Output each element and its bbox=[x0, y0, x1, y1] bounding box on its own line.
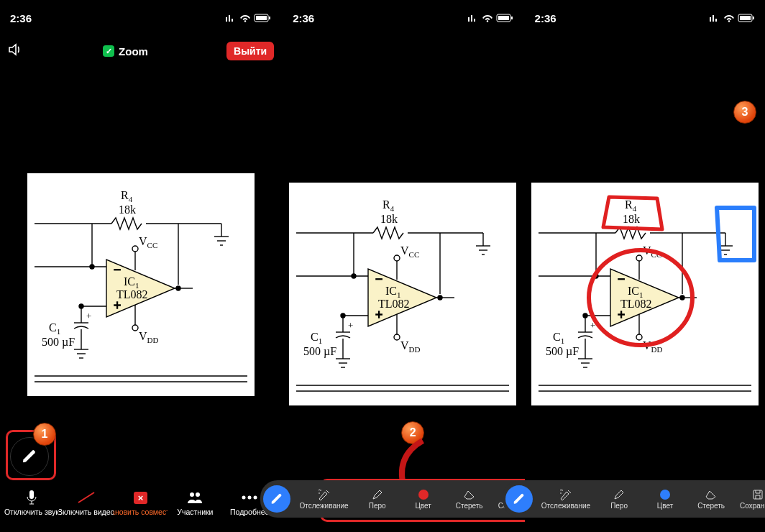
spotlight-icon bbox=[559, 488, 572, 501]
bottom-video[interactable]: Включить видео bbox=[59, 489, 114, 516]
tool-erase[interactable]: Стереть bbox=[446, 487, 493, 511]
svg-point-49 bbox=[254, 496, 257, 500]
shared-screen: − + bbox=[27, 173, 255, 396]
svg-text:18k: 18k bbox=[380, 213, 398, 225]
more-icon bbox=[241, 489, 258, 506]
step-marker-1: 1 bbox=[33, 423, 56, 446]
svg-line-44 bbox=[78, 492, 94, 503]
exit-button[interactable]: Выйти bbox=[226, 42, 274, 60]
save-icon bbox=[753, 488, 763, 501]
svg-point-16 bbox=[176, 286, 180, 290]
svg-text:R4: R4 bbox=[625, 198, 637, 213]
svg-text:500 µF: 500 µF bbox=[42, 336, 75, 349]
meeting-header: Zoom Выйти bbox=[0, 29, 281, 73]
svg-text:VCC: VCC bbox=[400, 244, 419, 259]
shared-screen-annotated: − + R4 18k VCC bbox=[531, 183, 759, 405]
svg-point-65 bbox=[438, 295, 442, 300]
svg-point-47 bbox=[242, 496, 246, 500]
meeting-bottom-bar: Отключить звук Включить видео × Останови… bbox=[0, 477, 281, 532]
svg-rect-96 bbox=[753, 17, 754, 19]
svg-point-45 bbox=[190, 492, 194, 497]
svg-point-109 bbox=[680, 295, 684, 300]
color-icon bbox=[660, 488, 670, 501]
annotate-toggle[interactable] bbox=[505, 485, 533, 513]
stop-share-icon: × bbox=[134, 489, 148, 506]
annotation-toolbar: Отслеживание Перо Цвет Стереть Сохранить bbox=[503, 480, 765, 518]
participants-icon bbox=[186, 489, 203, 506]
svg-text:C1: C1 bbox=[553, 331, 564, 345]
svg-rect-2 bbox=[269, 17, 270, 19]
svg-text:−: − bbox=[618, 272, 625, 286]
svg-point-46 bbox=[196, 492, 200, 497]
tool-pen[interactable]: Перо bbox=[596, 487, 642, 511]
svg-text:−: − bbox=[375, 272, 382, 286]
svg-text:TL082: TL082 bbox=[620, 298, 652, 310]
pen-icon bbox=[613, 488, 625, 501]
svg-point-80 bbox=[394, 334, 400, 340]
svg-text:+: + bbox=[86, 311, 91, 321]
status-icons bbox=[467, 14, 513, 22]
svg-point-68 bbox=[352, 274, 356, 278]
svg-text:+: + bbox=[375, 308, 382, 322]
video-off-icon bbox=[77, 489, 96, 506]
mobile-status-bar: 2:36 bbox=[0, 0, 281, 29]
color-icon bbox=[418, 488, 429, 501]
meeting-title: Zoom bbox=[103, 45, 148, 58]
annotate-toggle[interactable] bbox=[263, 485, 290, 513]
status-icons bbox=[709, 14, 755, 22]
svg-text:VDD: VDD bbox=[400, 339, 421, 354]
erase-icon bbox=[464, 488, 475, 501]
svg-text:+: + bbox=[114, 298, 121, 313]
bottom-share[interactable]: × Остановить совместный bbox=[114, 489, 168, 516]
pen-icon bbox=[372, 488, 383, 501]
step-marker-2: 2 bbox=[401, 421, 424, 444]
svg-point-19 bbox=[90, 265, 94, 269]
mic-icon bbox=[25, 489, 38, 506]
svg-point-31 bbox=[132, 325, 138, 331]
svg-rect-51 bbox=[498, 16, 509, 20]
erase-icon bbox=[705, 488, 717, 501]
svg-text:−: − bbox=[114, 262, 121, 277]
svg-text:+: + bbox=[618, 308, 625, 322]
svg-rect-1 bbox=[256, 16, 267, 20]
speaker-icon[interactable] bbox=[7, 42, 24, 60]
panel-main: 2:36 Zoom Выйти bbox=[0, 0, 283, 532]
tool-spotlight[interactable]: Отслеживание bbox=[293, 487, 354, 511]
bottom-mic[interactable]: Отключить звук bbox=[4, 489, 59, 516]
tool-color[interactable]: Цвет bbox=[642, 487, 688, 511]
svg-text:R4: R4 bbox=[382, 198, 395, 213]
status-time: 2:36 bbox=[10, 12, 32, 24]
status-time: 2:36 bbox=[535, 12, 556, 24]
svg-text:500 µF: 500 µF bbox=[546, 345, 579, 358]
svg-text:TL082: TL082 bbox=[116, 288, 148, 301]
tool-pen[interactable]: Перо bbox=[354, 487, 400, 511]
svg-rect-43 bbox=[29, 490, 34, 499]
spotlight-icon bbox=[318, 488, 331, 501]
svg-point-124 bbox=[636, 334, 642, 340]
panel-toolbar: 2:36 − + bbox=[283, 0, 524, 532]
svg-point-48 bbox=[248, 496, 252, 500]
svg-text:18k: 18k bbox=[623, 213, 640, 225]
shared-screen: − + R4 18k VCC bbox=[289, 183, 516, 405]
svg-rect-137 bbox=[753, 490, 762, 499]
svg-rect-52 bbox=[511, 17, 513, 19]
svg-text:18k: 18k bbox=[119, 203, 136, 216]
svg-point-122 bbox=[636, 255, 642, 261]
tool-spotlight[interactable]: Отслеживание bbox=[536, 487, 596, 511]
svg-text:500 µF: 500 µF bbox=[303, 345, 336, 358]
tool-erase[interactable]: Стереть bbox=[688, 487, 734, 511]
tool-save[interactable]: Сохранить bbox=[734, 487, 765, 511]
svg-text:+: + bbox=[348, 320, 353, 331]
panel-annotated: 2:36 3 − + bbox=[525, 0, 765, 532]
svg-text:C1: C1 bbox=[311, 331, 322, 345]
svg-point-78 bbox=[394, 255, 400, 261]
svg-rect-95 bbox=[740, 16, 751, 20]
status-time: 2:36 bbox=[293, 12, 314, 24]
status-icons bbox=[225, 14, 271, 22]
tool-color[interactable]: Цвет bbox=[400, 487, 446, 511]
mobile-status-bar: 2:36 bbox=[283, 0, 523, 29]
bottom-participants[interactable]: Участники bbox=[168, 489, 222, 516]
mobile-status-bar: 2:36 bbox=[525, 0, 765, 29]
svg-point-29 bbox=[132, 246, 138, 252]
svg-text:TL082: TL082 bbox=[378, 298, 410, 310]
